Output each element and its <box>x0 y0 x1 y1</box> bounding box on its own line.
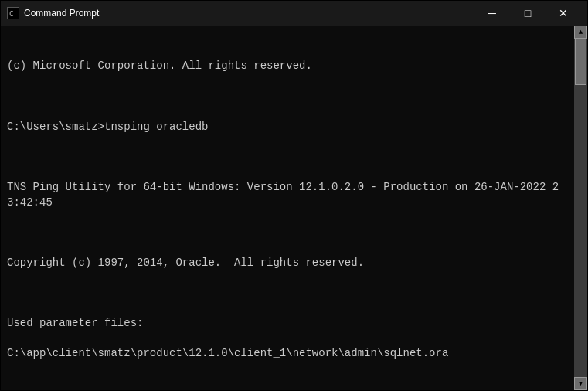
terminal-line: C:\app\client\smatz\product\12.1.0\clien… <box>7 346 568 362</box>
terminal-line: TNS Ping Utility for 64-bit Windows: Ver… <box>7 180 568 210</box>
terminal-line <box>7 286 568 301</box>
terminal-line <box>7 377 568 390</box>
terminal-line: Copyright (c) 1997, 2014, Oracle. All ri… <box>7 256 568 271</box>
window-title: Command Prompt <box>24 8 474 19</box>
minimize-button[interactable]: ─ <box>474 1 510 26</box>
title-bar: C Command Prompt ─ □ ✕ <box>1 1 587 26</box>
maximize-button[interactable]: □ <box>510 1 546 26</box>
terminal-content[interactable]: (c) Microsoft Corporation. All rights re… <box>1 26 574 390</box>
window-controls: ─ □ ✕ <box>474 1 581 26</box>
terminal-line <box>7 150 568 165</box>
scroll-down-button[interactable]: ▼ <box>574 377 587 390</box>
scroll-thumb[interactable] <box>575 39 586 85</box>
app-icon: C <box>7 7 19 19</box>
terminal-body: (c) Microsoft Corporation. All rights re… <box>1 26 587 390</box>
scroll-track[interactable] <box>574 39 587 377</box>
terminal-line: Used parameter files: <box>7 316 568 332</box>
terminal-line: (c) Microsoft Corporation. All rights re… <box>7 59 568 74</box>
window: C Command Prompt ─ □ ✕ (c) Microsoft Cor… <box>0 0 588 391</box>
terminal-line: C:\Users\smatz>tnsping oracledb <box>7 120 568 135</box>
close-button[interactable]: ✕ <box>546 1 581 26</box>
scrollbar[interactable]: ▲ ▼ <box>574 26 587 390</box>
scroll-up-button[interactable]: ▲ <box>574 26 587 39</box>
terminal-line <box>7 89 568 104</box>
terminal-line <box>7 226 568 241</box>
svg-text:C: C <box>9 10 13 18</box>
